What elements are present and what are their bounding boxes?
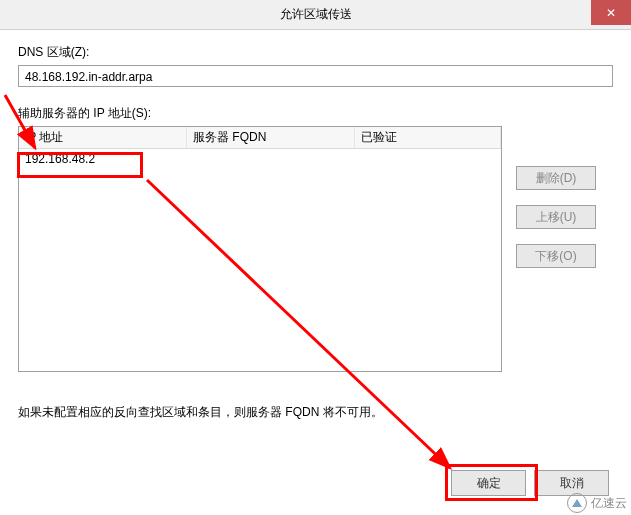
side-buttons: 删除(D) 上移(U) 下移(O)	[516, 166, 596, 268]
delete-button[interactable]: 删除(D)	[516, 166, 596, 190]
dns-zone-field: 48.168.192.in-addr.arpa	[18, 65, 613, 87]
column-header-verified[interactable]: 已验证	[355, 127, 501, 148]
dns-zone-label: DNS 区域(Z):	[18, 44, 613, 61]
watermark-icon	[567, 493, 587, 513]
ip-address-input[interactable]	[23, 151, 183, 167]
close-icon: ✕	[606, 6, 616, 20]
move-down-button[interactable]: 下移(O)	[516, 244, 596, 268]
secondary-servers-label: 辅助服务器的 IP 地址(S):	[18, 105, 613, 122]
watermark-text: 亿速云	[591, 495, 627, 512]
table-header: IP 地址 服务器 FQDN 已验证	[19, 127, 501, 149]
close-button[interactable]: ✕	[591, 0, 631, 25]
watermark: 亿速云	[567, 493, 627, 513]
ok-button[interactable]: 确定	[451, 470, 526, 496]
dialog-title: 允许区域传送	[280, 6, 352, 23]
table-row[interactable]	[19, 149, 501, 169]
note-text: 如果未配置相应的反向查找区域和条目，则服务器 FQDN 将不可用。	[18, 404, 383, 421]
title-bar: 允许区域传送 ✕	[0, 0, 631, 30]
column-header-ip[interactable]: IP 地址	[19, 127, 187, 148]
ip-cell	[19, 150, 187, 168]
dialog-body: DNS 区域(Z): 48.168.192.in-addr.arpa 辅助服务器…	[0, 30, 631, 386]
column-header-fqdn[interactable]: 服务器 FQDN	[187, 127, 355, 148]
servers-table: IP 地址 服务器 FQDN 已验证	[18, 126, 502, 372]
move-up-button[interactable]: 上移(U)	[516, 205, 596, 229]
